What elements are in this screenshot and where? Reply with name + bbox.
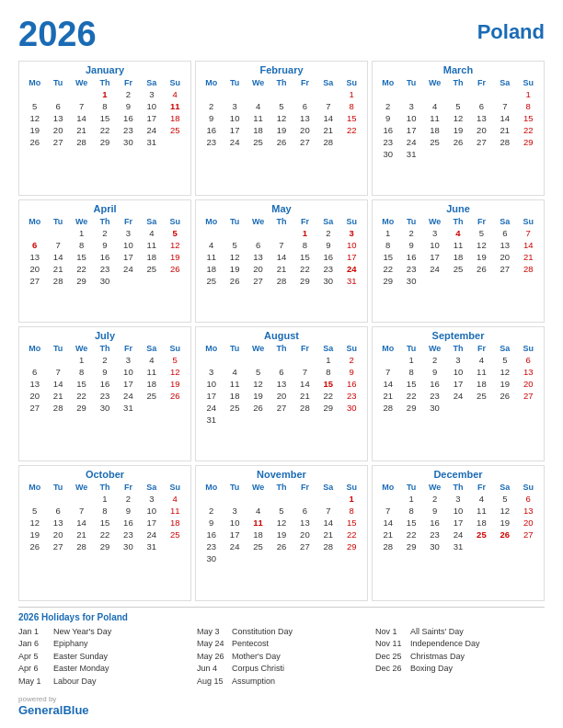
calendar-day: 11 xyxy=(140,366,163,378)
calendar-day: 14 xyxy=(270,251,293,263)
calendar-day: 17 xyxy=(446,378,469,390)
holiday-name: Constitution Day xyxy=(232,626,293,639)
calendar-day: 1 xyxy=(517,88,540,100)
calendar-day: 2 xyxy=(376,100,399,112)
weekday-header: Mo xyxy=(23,343,46,354)
calendar-day: 13 xyxy=(23,251,46,263)
calendar-day: 24 xyxy=(200,402,223,414)
weekday-header: We xyxy=(70,216,93,227)
calendar-day: 26 xyxy=(164,390,187,402)
calendar-day: 19 xyxy=(493,378,516,390)
calendar-day: 5 xyxy=(223,239,246,251)
holiday-column: Nov 1All Saints' DayNov 11Independence D… xyxy=(375,626,545,688)
calendar-day: 19 xyxy=(470,251,493,263)
calendar-day: 26 xyxy=(270,136,293,148)
calendar-day: 6 xyxy=(470,100,493,112)
calendar-day: 4 xyxy=(446,227,469,239)
calendar-day: 30 xyxy=(316,275,339,287)
calendar-day: 8 xyxy=(517,100,540,112)
calendar-day: 21 xyxy=(493,124,516,136)
calendar-day: 24 xyxy=(140,124,163,136)
calendar-day: 4 xyxy=(164,88,187,100)
calendar-day: 28 xyxy=(70,136,93,148)
calendar-day: 30 xyxy=(399,275,422,287)
calendar-day: 13 xyxy=(493,239,516,251)
calendar-day: 29 xyxy=(316,402,339,414)
holiday-item: Aug 15Assumption xyxy=(197,676,366,688)
holiday-name: Epiphany xyxy=(53,638,88,651)
calendar-day: 25 xyxy=(223,402,246,414)
calendar-day: 26 xyxy=(470,263,493,275)
holiday-item: Apr 6Easter Monday xyxy=(18,663,188,676)
calendar-day: 1 xyxy=(93,88,116,100)
calendar-day: 22 xyxy=(316,390,339,402)
calendar-day: 16 xyxy=(399,251,422,263)
month-table: MoTuWeThFrSaSu12345678910111213141516171… xyxy=(376,482,540,552)
calendar-day: 10 xyxy=(140,505,163,517)
calendar-day: 22 xyxy=(340,124,363,136)
calendar-day: 19 xyxy=(247,390,270,402)
calendar-day: 22 xyxy=(340,529,363,540)
calendar-day: 24 xyxy=(399,136,422,148)
calendar-day: 14 xyxy=(316,112,339,124)
calendar-day: 28 xyxy=(376,540,399,552)
month-table: MoTuWeThFrSaSu12345678910111213141516171… xyxy=(23,216,187,287)
holiday-item: Nov 1All Saints' Day xyxy=(375,626,545,639)
weekday-header: Sa xyxy=(493,343,516,354)
calendar-day: 3 xyxy=(140,88,163,100)
calendar-day: 7 xyxy=(70,505,93,517)
calendar-day: 10 xyxy=(446,366,469,378)
month-block-august: AugustMoTuWeThFrSaSu12345678910111213141… xyxy=(195,326,368,461)
calendar-day: 6 xyxy=(247,239,270,251)
calendar-day: 7 xyxy=(46,239,69,251)
calendar-day: 21 xyxy=(316,124,339,136)
calendar-day: 2 xyxy=(117,88,140,100)
holiday-name: New Year's Day xyxy=(53,626,111,639)
calendar-day: 13 xyxy=(293,517,316,529)
calendar-day: 20 xyxy=(46,529,69,540)
weekday-header: Mo xyxy=(200,343,223,354)
weekday-header: Sa xyxy=(140,482,163,493)
weekday-header: Tu xyxy=(399,216,422,227)
weekday-header: Mo xyxy=(200,482,223,493)
calendar-day: 3 xyxy=(446,354,469,366)
calendar-day: 24 xyxy=(117,390,140,402)
calendar-day: 18 xyxy=(470,378,493,390)
calendar-day: 4 xyxy=(423,100,446,112)
weekday-header: Tu xyxy=(223,343,246,354)
calendar-day: 19 xyxy=(164,378,187,390)
calendar-day: 16 xyxy=(93,378,116,390)
calendar-day: 14 xyxy=(46,251,69,263)
calendar-day: 9 xyxy=(200,517,223,529)
calendar-grid: JanuaryMoTuWeThFrSaSu1234567891011121314… xyxy=(18,61,545,601)
calendar-day: 17 xyxy=(117,251,140,263)
weekday-header: Tu xyxy=(399,77,422,88)
calendar-day: 15 xyxy=(340,517,363,529)
calendar-day: 28 xyxy=(376,402,399,414)
weekday-header: Mo xyxy=(200,216,223,227)
calendar-day: 20 xyxy=(293,529,316,540)
calendar-day: 16 xyxy=(200,124,223,136)
calendar-day: 27 xyxy=(293,136,316,148)
calendar-day: 8 xyxy=(93,505,116,517)
powered-by-text: powered by xyxy=(18,695,89,703)
calendar-day: 9 xyxy=(423,505,446,517)
calendar-day: 12 xyxy=(470,239,493,251)
weekday-header: Sa xyxy=(140,216,163,227)
calendar-day: 13 xyxy=(247,251,270,263)
calendar-day: 2 xyxy=(316,227,339,239)
holiday-date: May 3 xyxy=(197,626,226,639)
calendar-day: 27 xyxy=(270,402,293,414)
calendar-day: 7 xyxy=(316,505,339,517)
calendar-day: 6 xyxy=(293,505,316,517)
calendar-day: 30 xyxy=(376,148,399,160)
calendar-day: 12 xyxy=(446,112,469,124)
weekday-header: Sa xyxy=(316,482,339,493)
calendar-day: 5 xyxy=(247,366,270,378)
calendar-day: 12 xyxy=(270,517,293,529)
holiday-item: Dec 26Boxing Day xyxy=(375,663,545,676)
calendar-day: 1 xyxy=(316,354,339,366)
calendar-day: 15 xyxy=(93,112,116,124)
weekday-header: Mo xyxy=(376,343,399,354)
calendar-day: 11 xyxy=(247,112,270,124)
